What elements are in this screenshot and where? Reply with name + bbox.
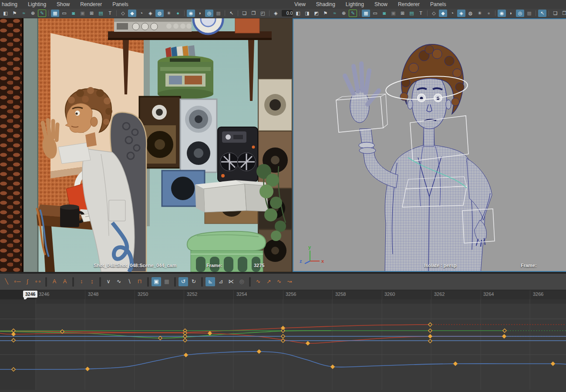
camera-lock-icon[interactable]: ◨ — [303, 10, 311, 17]
wireframe-icon[interactable]: ◇ — [119, 10, 127, 17]
motion-blur-icon[interactable]: ◗ — [507, 10, 515, 17]
pre-cycle-curve-icon[interactable]: ∿ — [253, 277, 263, 286]
select-tool-icon[interactable]: ↖ — [227, 10, 236, 17]
wireframe-on-shaded-icon[interactable]: ◍ — [466, 10, 475, 17]
curve-smoothness-icon[interactable]: ◎ — [237, 277, 246, 286]
value-snap-icon[interactable]: ↨ — [87, 277, 97, 286]
auto-frame-icon[interactable]: ▣ — [152, 277, 161, 286]
grid-icon[interactable]: ▦ — [362, 10, 370, 17]
left-menu-hading[interactable]: hading — [0, 0, 23, 9]
film-gate-mask-icon[interactable]: ▭ — [371, 10, 379, 17]
right-menu-shading[interactable]: Shading — [311, 0, 340, 9]
annotate-pencil-icon[interactable]: ✎ — [38, 10, 46, 17]
isolate-add-icon[interactable]: ❐ — [560, 10, 566, 17]
safe-title-icon[interactable]: T — [417, 10, 425, 17]
resolution-gate-icon[interactable]: ◙ — [380, 10, 388, 17]
linear-tangent-icon[interactable]: ∖ — [125, 277, 134, 286]
textured-icon[interactable]: ◈ — [457, 10, 465, 17]
textured-icon[interactable]: ◈ — [146, 10, 155, 17]
isolate-select-icon[interactable]: ❏ — [240, 10, 249, 17]
zoom-region-icon[interactable]: ◰ — [259, 10, 267, 17]
shadows-icon[interactable]: ● — [174, 10, 182, 17]
film-gate-icon[interactable]: ◧ — [1, 10, 10, 17]
retime-tool-icon[interactable]: ∫ — [23, 277, 32, 286]
field-chart-icon[interactable]: ⊞ — [398, 10, 407, 17]
timeline-gridline — [332, 290, 333, 299]
smooth-shade-icon[interactable]: ◆ — [128, 10, 136, 17]
field-chart-icon[interactable]: ⊞ — [88, 10, 96, 17]
lattice-deform-keys-icon[interactable]: ∘─ — [12, 277, 22, 286]
use-all-lights-icon[interactable]: ✳ — [475, 10, 484, 17]
stacked-view-icon[interactable]: ⊿ — [216, 277, 226, 286]
anti-aliasing-icon[interactable]: ◎ — [205, 10, 213, 17]
ambient-occlusion-icon[interactable]: ◉ — [498, 10, 506, 17]
post-infinity-cycle-icon[interactable]: ↻ — [189, 277, 199, 286]
right-menu-show[interactable]: Show — [369, 0, 393, 9]
graph-editor-timeline[interactable]: 3246 32463248325032523254325632583260326… — [0, 290, 566, 299]
safe-action-icon[interactable]: ▤ — [97, 10, 105, 17]
post-cycle-offset-icon[interactable]: ↝ — [285, 277, 294, 286]
ambient-occlusion-icon[interactable]: ◉ — [187, 10, 195, 17]
select-tool-icon[interactable]: ↖ — [538, 10, 546, 17]
timeline-tick-label: 3266 — [533, 291, 543, 297]
spline-tangent-icon[interactable]: ∨ — [104, 277, 113, 286]
isolate-select-icon[interactable]: ❏ — [551, 10, 559, 17]
smooth-shade-icon[interactable]: ◆ — [439, 10, 447, 17]
current-frame-indicator[interactable]: 3246 — [23, 291, 37, 298]
bookmark-icon[interactable]: ⚑ — [10, 10, 19, 17]
right-menu-lighting[interactable]: Lighting — [340, 0, 369, 9]
camera-attributes-icon[interactable]: ◩ — [312, 10, 320, 17]
gate-mask-opacity-icon[interactable]: ▣ — [78, 10, 87, 17]
absolute-view-icon[interactable]: ⊾ — [206, 277, 215, 286]
graph-editor-canvas[interactable] — [0, 299, 566, 390]
clamped-tangent-icon[interactable]: ∿ — [114, 277, 124, 286]
time-snap-icon[interactable]: ↕ — [77, 277, 86, 286]
stacked-curves-icon[interactable]: ▦ — [162, 277, 172, 286]
insert-key-icon[interactable]: ╲ — [2, 277, 11, 286]
exposure-icon[interactable]: ◈ — [272, 10, 280, 17]
left-menu-panels[interactable]: Panels — [107, 0, 134, 9]
normalized-view-icon[interactable]: ⋉ — [226, 277, 236, 286]
shadows-icon[interactable]: ● — [485, 10, 493, 17]
frame-in-tangent-icon[interactable]: A — [50, 277, 59, 286]
bookmark-icon[interactable]: ⚑ — [321, 10, 330, 17]
animation-curves[interactable] — [0, 299, 566, 390]
pre-cycle-offset-icon[interactable]: ↗ — [264, 277, 273, 286]
right-menu-view[interactable]: View — [293, 0, 311, 9]
grid-icon[interactable]: ▦ — [51, 10, 59, 17]
resolution-gate-icon[interactable]: ◙ — [69, 10, 77, 17]
fluid-effects-icon[interactable]: ≈ — [330, 10, 339, 17]
left-menu-lighting[interactable]: Lighting — [23, 0, 51, 9]
motion-blur-icon[interactable]: ◗ — [196, 10, 204, 17]
anti-aliasing-icon[interactable]: ◎ — [516, 10, 524, 17]
flat-shade-icon[interactable]: ◔ — [448, 10, 456, 17]
right-menu-renderer[interactable]: Renderer — [393, 0, 425, 9]
gate-mask-opacity-icon[interactable]: ▣ — [389, 10, 398, 17]
safe-action-icon[interactable]: ▤ — [408, 10, 416, 17]
lock-tangent-icon[interactable]: ⊓ — [135, 277, 145, 286]
region-key-icon[interactable]: ∘∘ — [33, 277, 43, 286]
wireframe-icon[interactable]: ◇ — [430, 10, 438, 17]
frame-out-tangent-icon[interactable]: A — [60, 277, 70, 286]
exposure-field[interactable]: 0.00 — [282, 10, 293, 17]
left-viewport-camera-view[interactable]: Shot_048:Shot_048:Scene_044_cam Frame: 3… — [0, 18, 293, 272]
camera-view-icon[interactable]: ◧ — [294, 10, 302, 17]
wireframe-on-shaded-icon[interactable]: ◍ — [155, 10, 164, 17]
film-gate-mask-icon[interactable]: ▭ — [60, 10, 68, 17]
post-cycle-curve-icon[interactable]: ∿ — [274, 277, 284, 286]
right-menu-panels[interactable]: Panels — [425, 0, 451, 9]
fluid-effects-icon[interactable]: ≈ — [20, 10, 28, 17]
right-viewport-persp-view[interactable]: y x z Isolate : persp Frame: — [293, 18, 566, 272]
left-menu-renderer[interactable]: Renderer — [75, 0, 107, 9]
snap-target-icon[interactable]: ⊕ — [340, 10, 348, 17]
snap-target-icon[interactable]: ⊕ — [29, 10, 37, 17]
safe-title-icon[interactable]: T — [106, 10, 114, 17]
depth-peeling-icon[interactable]: ▩ — [214, 10, 222, 17]
flat-shade-icon[interactable]: ◔ — [137, 10, 145, 17]
depth-peeling-icon[interactable]: ▩ — [525, 10, 533, 17]
isolate-add-icon[interactable]: ❐ — [249, 10, 258, 17]
annotate-pencil-icon[interactable]: ✎ — [349, 10, 357, 17]
left-menu-show[interactable]: Show — [51, 0, 75, 9]
use-all-lights-icon[interactable]: ✳ — [165, 10, 173, 17]
pre-infinity-cycle-icon[interactable]: ↺ — [179, 277, 188, 286]
